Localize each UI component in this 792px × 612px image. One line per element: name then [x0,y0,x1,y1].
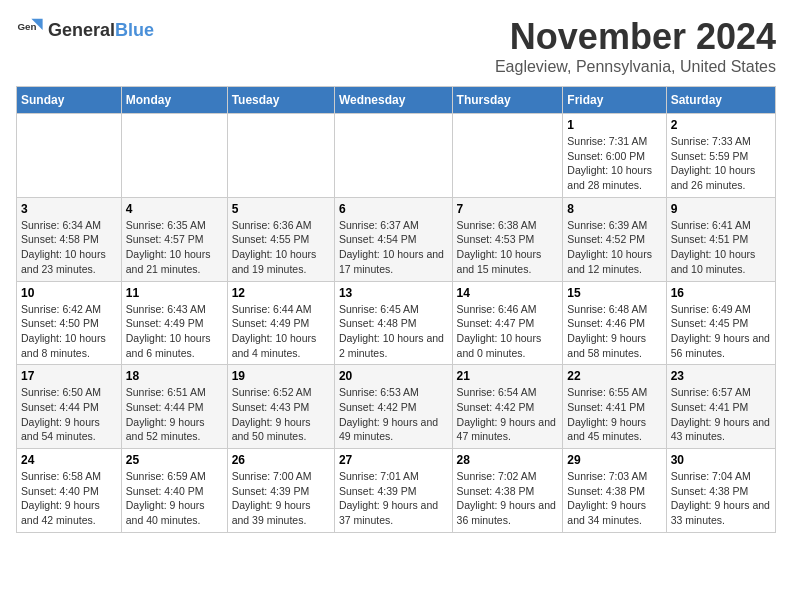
day-number: 20 [339,369,448,383]
day-number: 19 [232,369,330,383]
table-row: 30Sunrise: 7:04 AM Sunset: 4:38 PM Dayli… [666,449,775,533]
col-wednesday: Wednesday [334,87,452,114]
table-row: 29Sunrise: 7:03 AM Sunset: 4:38 PM Dayli… [563,449,666,533]
table-row: 23Sunrise: 6:57 AM Sunset: 4:41 PM Dayli… [666,365,775,449]
calendar-week-row: 10Sunrise: 6:42 AM Sunset: 4:50 PM Dayli… [17,281,776,365]
table-row: 7Sunrise: 6:38 AM Sunset: 4:53 PM Daylig… [452,197,563,281]
day-number: 11 [126,286,223,300]
day-number: 2 [671,118,771,132]
day-number: 4 [126,202,223,216]
day-number: 7 [457,202,559,216]
table-row: 14Sunrise: 6:46 AM Sunset: 4:47 PM Dayli… [452,281,563,365]
table-row: 19Sunrise: 6:52 AM Sunset: 4:43 PM Dayli… [227,365,334,449]
day-number: 8 [567,202,661,216]
day-number: 1 [567,118,661,132]
day-info: Sunrise: 6:54 AM Sunset: 4:42 PM Dayligh… [457,385,559,444]
table-row: 17Sunrise: 6:50 AM Sunset: 4:44 PM Dayli… [17,365,122,449]
calendar-week-row: 17Sunrise: 6:50 AM Sunset: 4:44 PM Dayli… [17,365,776,449]
day-info: Sunrise: 6:36 AM Sunset: 4:55 PM Dayligh… [232,218,330,277]
day-number: 10 [21,286,117,300]
table-row [227,114,334,198]
logo-icon: Gen [16,16,44,44]
day-number: 15 [567,286,661,300]
table-row: 24Sunrise: 6:58 AM Sunset: 4:40 PM Dayli… [17,449,122,533]
logo: Gen GeneralBlue [16,16,154,44]
logo-text-general: General [48,20,115,40]
svg-text:Gen: Gen [17,21,36,32]
day-info: Sunrise: 6:52 AM Sunset: 4:43 PM Dayligh… [232,385,330,444]
table-row: 4Sunrise: 6:35 AM Sunset: 4:57 PM Daylig… [121,197,227,281]
day-info: Sunrise: 7:03 AM Sunset: 4:38 PM Dayligh… [567,469,661,528]
day-info: Sunrise: 6:57 AM Sunset: 4:41 PM Dayligh… [671,385,771,444]
day-info: Sunrise: 7:04 AM Sunset: 4:38 PM Dayligh… [671,469,771,528]
day-number: 18 [126,369,223,383]
day-number: 5 [232,202,330,216]
day-info: Sunrise: 6:46 AM Sunset: 4:47 PM Dayligh… [457,302,559,361]
title-area: November 2024 Eagleview, Pennsylvania, U… [495,16,776,76]
table-row: 3Sunrise: 6:34 AM Sunset: 4:58 PM Daylig… [17,197,122,281]
table-row: 10Sunrise: 6:42 AM Sunset: 4:50 PM Dayli… [17,281,122,365]
table-row: 22Sunrise: 6:55 AM Sunset: 4:41 PM Dayli… [563,365,666,449]
day-info: Sunrise: 7:33 AM Sunset: 5:59 PM Dayligh… [671,134,771,193]
logo-text-blue: Blue [115,20,154,40]
day-info: Sunrise: 6:58 AM Sunset: 4:40 PM Dayligh… [21,469,117,528]
calendar-table: Sunday Monday Tuesday Wednesday Thursday… [16,86,776,533]
day-number: 6 [339,202,448,216]
col-saturday: Saturday [666,87,775,114]
day-info: Sunrise: 6:51 AM Sunset: 4:44 PM Dayligh… [126,385,223,444]
col-tuesday: Tuesday [227,87,334,114]
month-title: November 2024 [495,16,776,58]
day-number: 29 [567,453,661,467]
col-sunday: Sunday [17,87,122,114]
calendar-week-row: 24Sunrise: 6:58 AM Sunset: 4:40 PM Dayli… [17,449,776,533]
day-number: 23 [671,369,771,383]
day-info: Sunrise: 6:38 AM Sunset: 4:53 PM Dayligh… [457,218,559,277]
day-info: Sunrise: 6:59 AM Sunset: 4:40 PM Dayligh… [126,469,223,528]
day-number: 25 [126,453,223,467]
table-row: 5Sunrise: 6:36 AM Sunset: 4:55 PM Daylig… [227,197,334,281]
day-number: 26 [232,453,330,467]
table-row: 16Sunrise: 6:49 AM Sunset: 4:45 PM Dayli… [666,281,775,365]
day-info: Sunrise: 6:41 AM Sunset: 4:51 PM Dayligh… [671,218,771,277]
day-info: Sunrise: 7:31 AM Sunset: 6:00 PM Dayligh… [567,134,661,193]
day-info: Sunrise: 6:49 AM Sunset: 4:45 PM Dayligh… [671,302,771,361]
table-row: 12Sunrise: 6:44 AM Sunset: 4:49 PM Dayli… [227,281,334,365]
day-info: Sunrise: 6:37 AM Sunset: 4:54 PM Dayligh… [339,218,448,277]
table-row: 9Sunrise: 6:41 AM Sunset: 4:51 PM Daylig… [666,197,775,281]
table-row: 2Sunrise: 7:33 AM Sunset: 5:59 PM Daylig… [666,114,775,198]
day-number: 12 [232,286,330,300]
table-row [452,114,563,198]
table-row: 11Sunrise: 6:43 AM Sunset: 4:49 PM Dayli… [121,281,227,365]
day-number: 21 [457,369,559,383]
location-title: Eagleview, Pennsylvania, United States [495,58,776,76]
day-info: Sunrise: 6:44 AM Sunset: 4:49 PM Dayligh… [232,302,330,361]
day-info: Sunrise: 7:02 AM Sunset: 4:38 PM Dayligh… [457,469,559,528]
col-thursday: Thursday [452,87,563,114]
table-row: 25Sunrise: 6:59 AM Sunset: 4:40 PM Dayli… [121,449,227,533]
day-number: 3 [21,202,117,216]
day-number: 16 [671,286,771,300]
calendar-week-row: 3Sunrise: 6:34 AM Sunset: 4:58 PM Daylig… [17,197,776,281]
header: Gen GeneralBlue November 2024 Eagleview,… [16,16,776,76]
day-number: 22 [567,369,661,383]
col-monday: Monday [121,87,227,114]
table-row: 26Sunrise: 7:00 AM Sunset: 4:39 PM Dayli… [227,449,334,533]
day-number: 24 [21,453,117,467]
day-info: Sunrise: 6:50 AM Sunset: 4:44 PM Dayligh… [21,385,117,444]
day-number: 28 [457,453,559,467]
table-row: 21Sunrise: 6:54 AM Sunset: 4:42 PM Dayli… [452,365,563,449]
table-row: 27Sunrise: 7:01 AM Sunset: 4:39 PM Dayli… [334,449,452,533]
day-info: Sunrise: 7:00 AM Sunset: 4:39 PM Dayligh… [232,469,330,528]
day-number: 30 [671,453,771,467]
day-info: Sunrise: 7:01 AM Sunset: 4:39 PM Dayligh… [339,469,448,528]
day-info: Sunrise: 6:55 AM Sunset: 4:41 PM Dayligh… [567,385,661,444]
table-row: 15Sunrise: 6:48 AM Sunset: 4:46 PM Dayli… [563,281,666,365]
day-info: Sunrise: 6:53 AM Sunset: 4:42 PM Dayligh… [339,385,448,444]
table-row: 13Sunrise: 6:45 AM Sunset: 4:48 PM Dayli… [334,281,452,365]
table-row: 28Sunrise: 7:02 AM Sunset: 4:38 PM Dayli… [452,449,563,533]
day-info: Sunrise: 6:42 AM Sunset: 4:50 PM Dayligh… [21,302,117,361]
day-info: Sunrise: 6:48 AM Sunset: 4:46 PM Dayligh… [567,302,661,361]
day-info: Sunrise: 6:35 AM Sunset: 4:57 PM Dayligh… [126,218,223,277]
day-number: 13 [339,286,448,300]
table-row: 20Sunrise: 6:53 AM Sunset: 4:42 PM Dayli… [334,365,452,449]
